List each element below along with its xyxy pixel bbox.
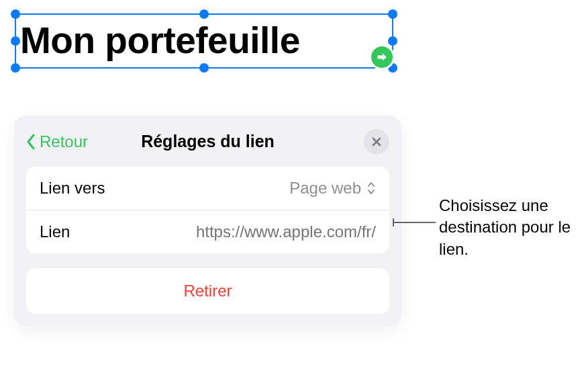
link-url-row[interactable]: Lien [26, 210, 389, 253]
link-to-value: Page web [289, 179, 361, 198]
popover-title: Réglages du lien [141, 132, 275, 151]
resize-handle[interactable] [11, 9, 20, 19]
link-url-input[interactable] [148, 222, 376, 241]
remove-link-button[interactable]: Retirer [26, 268, 389, 314]
link-settings-popover: Retour Réglages du lien Lien vers Page w… [14, 116, 401, 326]
updown-chevron-icon [366, 180, 376, 196]
resize-handle[interactable] [11, 36, 20, 46]
link-form: Lien vers Page web Lien [26, 167, 389, 253]
link-to-label: Lien vers [40, 179, 105, 198]
resize-handle[interactable] [388, 36, 397, 46]
close-button[interactable] [364, 129, 389, 155]
link-destination-row[interactable]: Lien vers Page web [26, 167, 389, 210]
link-label: Lien [40, 222, 70, 241]
resize-handle[interactable] [11, 63, 20, 73]
callout-leader-line [393, 222, 436, 223]
close-icon [371, 136, 382, 147]
back-button[interactable]: Retour [23, 132, 88, 151]
link-indicator-icon [369, 44, 395, 70]
resize-handle[interactable] [199, 63, 209, 73]
resize-handle[interactable] [388, 9, 397, 19]
back-label: Retour [40, 132, 88, 151]
callout-text: Choisissez une destination pour le lien. [439, 195, 587, 260]
selected-text-box[interactable]: Mon portefeuille [15, 13, 393, 69]
textbox-content: Mon portefeuille [20, 22, 388, 60]
resize-handle[interactable] [199, 9, 209, 19]
